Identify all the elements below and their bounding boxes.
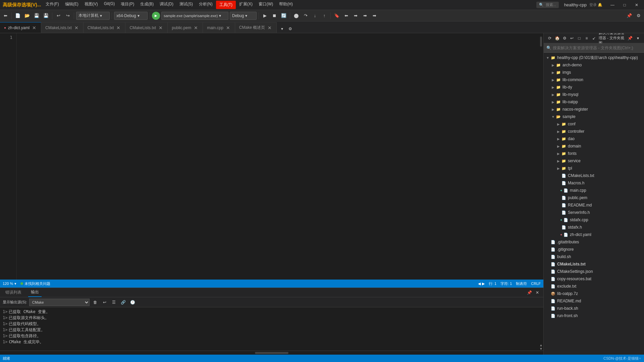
tree-main-cpp[interactable]: ✦ 📄 main.cpp xyxy=(544,187,644,194)
row-status[interactable]: 行: 1 xyxy=(489,281,496,286)
tab-close-cmakelists3[interactable]: ✕ xyxy=(158,25,163,31)
maximize-button[interactable]: □ xyxy=(620,2,629,8)
run-button[interactable]: ▶ xyxy=(152,12,160,20)
se-view1-btn[interactable]: □ xyxy=(576,35,583,42)
toolbar-settings-btn[interactable]: ⚙ xyxy=(635,12,643,20)
menu-project[interactable]: 项目(P) xyxy=(118,1,137,9)
close-button[interactable]: ✕ xyxy=(632,2,641,8)
tree-sample[interactable]: ▼ 📂 sample xyxy=(544,113,644,120)
tree-stdafx-cpp[interactable]: ✦ 📄 stdafx.cpp xyxy=(544,216,644,224)
output-content[interactable]: 1> 已提取 CMake 变量。 1> 已提取源文件和标头。 1> 已提取代码模… xyxy=(0,307,539,351)
run-target-dropdown[interactable]: sample.exe (sample\sample.exe) ▾ xyxy=(161,12,228,20)
scroll-left-btn[interactable]: ◀ xyxy=(478,282,481,286)
tab-close-public-pem[interactable]: ✕ xyxy=(193,25,199,31)
tree-lib-mysql[interactable]: ▶ 📁 lib-mysql xyxy=(544,91,644,98)
toolbar-debug-stop[interactable]: ⏹ xyxy=(270,12,278,20)
toolbar-save-all-btn[interactable]: 💾 xyxy=(42,12,50,20)
toolbar-redo-btn[interactable]: ↪ xyxy=(64,12,72,20)
tab-cmakelists3[interactable]: CMakeLists.txt ✕ xyxy=(125,22,168,33)
menu-debug[interactable]: 调试(D) xyxy=(157,1,176,9)
tree-imgs[interactable]: ▶ 📁 imgs xyxy=(544,69,644,76)
se-props-btn[interactable]: ⚙ xyxy=(561,35,568,42)
tab-zh-dict-yaml[interactable]: ● zh-dict.yaml ✕ xyxy=(0,22,41,33)
search-input[interactable] xyxy=(553,46,641,50)
output-list-btn[interactable]: ☰ xyxy=(110,299,118,306)
tab-main-cpp[interactable]: main.cpp ✕ xyxy=(203,22,235,33)
tree-lib-oatpp[interactable]: ▶ 📁 lib-oatpp xyxy=(544,98,644,106)
tree-conf[interactable]: ▶ 📁 conf xyxy=(544,120,644,128)
tree-macros-h[interactable]: 📄 Macros.h xyxy=(544,179,644,187)
tree-dao[interactable]: ▶ 📁 dao xyxy=(544,135,644,142)
tree-build-sh[interactable]: 📄 build.sh xyxy=(544,253,644,260)
scroll-right-btn[interactable]: ▶ xyxy=(482,282,485,286)
arch-dropdown[interactable]: x64-Debug ▾ xyxy=(114,12,148,20)
toolbar-debug-restart[interactable]: 🔄 xyxy=(280,12,288,20)
menu-help[interactable]: 帮助(H) xyxy=(276,1,296,9)
tree-zh-dict-yaml[interactable]: ✦ 📄 zh-dict.yaml xyxy=(544,231,644,238)
panel-tab-errors[interactable]: 错误列表 xyxy=(3,288,24,297)
output-hscrollbar[interactable] xyxy=(0,351,543,355)
tree-public-pem[interactable]: 📄 public.pem xyxy=(544,194,644,201)
se-pin-btn[interactable]: 📌 xyxy=(627,35,633,42)
output-link-btn[interactable]: 🔗 xyxy=(120,299,127,306)
editor-scrollbar-vertical[interactable] xyxy=(539,33,543,280)
tree-tpl[interactable]: ▶ 📁 tpl xyxy=(544,165,644,172)
menu-git[interactable]: Git(G) xyxy=(101,1,118,9)
panel-tab-output[interactable]: 输出 xyxy=(28,288,42,297)
local-machine-dropdown[interactable]: 本地计算机 ▾ xyxy=(76,12,110,20)
tree-serverinfo-h[interactable]: 📄 ServerInfo.h xyxy=(544,209,644,216)
toolbar-step-into[interactable]: ↓ xyxy=(311,12,319,20)
tab-cmakelists2[interactable]: CMakeLists.txt ✕ xyxy=(84,22,126,33)
tab-cmake-overview[interactable]: CMake 概述页 ✕ xyxy=(235,22,277,33)
output-clear-btn[interactable]: 🗑 xyxy=(92,299,99,306)
toolbar-breakpoint[interactable]: ⬤ xyxy=(292,12,300,20)
eol-status[interactable]: CRLF xyxy=(531,282,541,286)
tree-gitattributes[interactable]: 📄 .gitattributes xyxy=(544,238,644,246)
tree-stdafx-h[interactable]: 📄 stdafx.h xyxy=(544,224,644,231)
tree-root-cmakelists[interactable]: 📄 CMakeLists.txt xyxy=(544,260,644,268)
tab-cmakelists1[interactable]: CMakeLists.txt ✕ xyxy=(41,22,84,33)
menu-build[interactable]: 生成(B) xyxy=(138,1,156,9)
se-chevron-btn[interactable]: ▾ xyxy=(635,35,641,42)
se-view2-btn[interactable]: ≡ xyxy=(583,35,590,42)
tree-domain[interactable]: ▶ 📁 domain xyxy=(544,142,644,150)
se-save-btn[interactable]: ↙ xyxy=(591,35,597,42)
debug-dropdown[interactable]: Debug ▾ xyxy=(230,12,257,20)
zoom-status[interactable]: 120 % ▾ xyxy=(3,282,16,286)
tree-readme-md-sample[interactable]: 📄 README.md xyxy=(544,201,644,209)
col-status[interactable]: 字符: 1 xyxy=(500,281,512,286)
output-wrap-btn[interactable]: ↩ xyxy=(101,299,108,306)
menu-extensions[interactable]: 扩展(X) xyxy=(236,1,255,9)
tree-sample-cmakelists[interactable]: 📄 CMakeLists.txt xyxy=(544,172,644,179)
tab-more-button[interactable]: ▾ xyxy=(278,25,286,33)
output-close-btn[interactable]: ✕ xyxy=(534,289,541,296)
toolbar-pin-btn[interactable]: 📌 xyxy=(625,12,633,20)
tree-run-front-sh[interactable]: 📄 run-front.sh xyxy=(544,312,644,319)
menu-tools[interactable]: 工具(T) xyxy=(216,1,236,9)
toolbar-nav-fwd2[interactable]: ➡ xyxy=(361,12,369,20)
se-undo-btn[interactable]: ↩ xyxy=(569,35,575,42)
tab-close-cmake-overview[interactable]: ✕ xyxy=(267,25,272,31)
toolbar-back-btn[interactable]: ⬅ xyxy=(1,12,9,20)
menu-view[interactable]: 视图(V) xyxy=(82,1,101,9)
tab-close-main-cpp[interactable]: ✕ xyxy=(225,25,231,31)
tree-arch-demo[interactable]: ▶ 📁 arch-demo xyxy=(544,61,644,69)
toolbar-new-btn[interactable]: 📄 xyxy=(14,12,22,20)
tree-controller[interactable]: ▶ 📁 controller xyxy=(544,128,644,135)
tree-service[interactable]: ▶ 📁 service xyxy=(544,157,644,165)
tree-fonts[interactable]: ▶ 📁 fonts xyxy=(544,150,644,157)
se-sync-btn[interactable]: ⟳ xyxy=(546,35,553,42)
editor-content[interactable] xyxy=(17,33,539,280)
menu-edit[interactable]: 编辑(E) xyxy=(62,1,81,9)
tab-close-cmakelists2[interactable]: ✕ xyxy=(116,25,121,31)
toolbar-nav-back[interactable]: ⬅ xyxy=(342,12,350,20)
se-home-btn[interactable]: 🏠 xyxy=(554,35,560,42)
tab-gear-button[interactable]: ⚙ xyxy=(286,25,294,33)
tree-readme-root[interactable]: 📄 README.md xyxy=(544,297,644,305)
output-source-select[interactable]: CMake xyxy=(29,299,90,306)
toolbar-nav-fwd3[interactable]: ➡ xyxy=(370,12,378,20)
menu-test[interactable]: 测试(S) xyxy=(177,1,196,9)
tree-nacos-register[interactable]: ▶ 📁 nacos-register xyxy=(544,106,644,113)
tree-copy-resources-bat[interactable]: 📄 copy-resources.bat xyxy=(544,275,644,283)
toolbar-nav-fwd[interactable]: ➡ xyxy=(352,12,360,20)
